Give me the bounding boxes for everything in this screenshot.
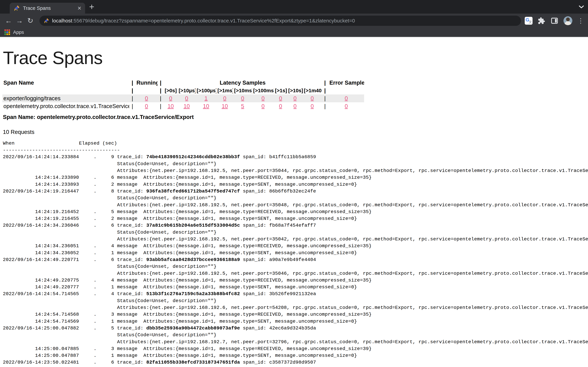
browser-window: Trace Spans × + ← → ↻ localhost:55679/de…: [0, 0, 588, 37]
span-row: exporter/logging/traces|0|001000000|0: [2, 94, 364, 102]
latency-count-link[interactable]: 0: [279, 95, 282, 101]
header-pipe: |: [321, 87, 328, 94]
close-tab-icon[interactable]: ×: [78, 5, 81, 11]
latency-count-link-cell: 0: [303, 94, 321, 102]
latency-bucket-label: [>1s]: [274, 87, 287, 94]
refresh-button[interactable]: ↻: [25, 17, 36, 24]
trace-id: 93abb5afcaa0428d37bccee9366188a9: [146, 257, 240, 262]
latency-count-link-cell: 0: [287, 94, 303, 102]
col-latency-samples: Latency Samples: [164, 79, 321, 87]
trace-id: 513b3f1c276a7159c5a2a33b88b4fc82: [146, 291, 240, 297]
latency-count-link[interactable]: 0: [311, 95, 314, 101]
header-pipe: |: [157, 79, 164, 87]
header-pipe: |: [157, 87, 164, 94]
row-pipe: |: [157, 94, 164, 102]
row-pipe: |: [157, 102, 164, 110]
header-pipe: |: [129, 87, 135, 94]
trace-id: 37a81c9b615b204a6e515df533004d5c: [146, 223, 240, 228]
bookmark-apps[interactable]: Apps: [13, 30, 24, 35]
latency-count-link[interactable]: 0: [185, 95, 188, 101]
latency-count-link-cell: 5: [233, 102, 252, 110]
latency-count-link[interactable]: 10: [184, 103, 190, 109]
latency-bucket-label: [>1ms]: [216, 87, 233, 94]
row-pipe: |: [129, 94, 135, 102]
latency-count-link-cell: 0: [216, 94, 233, 102]
latency-count-link-cell: 10: [216, 102, 233, 110]
latency-count-link[interactable]: 5: [241, 103, 244, 109]
tab-title: Trace Spans: [23, 5, 76, 11]
trace-id: 82fa11055b338efcd733187347651fda: [146, 360, 240, 365]
running-count-link-cell: 0: [135, 94, 157, 102]
latency-count-link[interactable]: 0: [241, 95, 244, 101]
forward-button[interactable]: →: [14, 17, 25, 24]
apps-grid-icon[interactable]: [4, 29, 10, 35]
row-pipe: |: [321, 94, 328, 102]
telescope-favicon-icon: [13, 5, 20, 11]
latency-count-link[interactable]: 1: [205, 95, 208, 101]
latency-count-link-cell: 10: [164, 102, 178, 110]
row-pipe: |: [321, 102, 328, 110]
error-count-link[interactable]: 0: [345, 103, 348, 109]
latency-count-link[interactable]: 0: [311, 103, 314, 109]
empty-cell: [135, 87, 157, 94]
latency-count-link[interactable]: 0: [279, 103, 282, 109]
latency-count-link-cell: 10: [196, 102, 216, 110]
tab-search-chevron-icon[interactable]: [579, 5, 584, 9]
error-count-link[interactable]: 0: [345, 95, 348, 101]
back-button[interactable]: ←: [3, 17, 14, 24]
latency-count-link[interactable]: 0: [294, 95, 297, 101]
latency-bucket-label: [>100ms]: [252, 87, 274, 94]
summary-header-row: Span Name|Running|Latency Samples|Error …: [2, 79, 364, 87]
browser-tab[interactable]: Trace Spans ×: [10, 3, 85, 14]
latency-count-link-cell: 0: [287, 102, 303, 110]
latency-count-link[interactable]: 0: [261, 95, 265, 101]
header-pipe: |: [321, 79, 328, 87]
new-tab-button[interactable]: +: [89, 2, 94, 12]
trace-id: 74be418390512c42346cddb02e38bb3f: [146, 154, 240, 159]
browser-menu-icon[interactable]: ⋮: [578, 17, 584, 24]
latency-count-link-cell: 0: [274, 94, 287, 102]
latency-bucket-label: [>10ms]: [233, 87, 252, 94]
span-row: opentelemetry.proto.collector.trace.v1.T…: [2, 102, 364, 110]
trace-id: dbb35e25936a90b4472cabb89073af9e: [146, 325, 240, 331]
latency-count-link[interactable]: 10: [222, 103, 228, 109]
tab-bar: Trace Spans × +: [0, 0, 588, 14]
translate-icon[interactable]: G 文: [525, 17, 533, 25]
running-count-link[interactable]: 0: [145, 103, 148, 109]
request-count-label: 10 Requests: [3, 129, 588, 135]
latency-bucket-label: [>1m40s]: [303, 87, 321, 94]
latency-count-link-cell: 1: [196, 94, 216, 102]
page-title: Trace Spans: [3, 48, 588, 68]
profile-avatar[interactable]: [563, 16, 572, 25]
bucket-header-row: ||[>0s][>10µs][>100µs][>1ms][>10ms][>100…: [2, 87, 364, 94]
selected-span-label: Span Name: opentelemetry.proto.collector…: [3, 114, 588, 120]
error-count-link-cell: 0: [328, 94, 364, 102]
latency-count-link[interactable]: 0: [294, 103, 297, 109]
col-error-samples: Error Samples: [328, 79, 364, 87]
latency-bucket-label: [>0s]: [164, 87, 178, 94]
url-bar[interactable]: localhost:55679/debug/tracez?zspanname=o…: [39, 16, 521, 26]
bookmarks-bar: Apps: [0, 28, 588, 37]
url-host: localhost: [52, 18, 72, 24]
latency-count-link[interactable]: 10: [203, 103, 209, 109]
tracez-page: Trace Spans Span Name|Running|Latency Sa…: [0, 48, 588, 367]
trace-id: 936fa38fcfed661712ba547f5ed747cf: [146, 189, 240, 194]
error-count-link-cell: 0: [328, 102, 364, 110]
latency-count-link[interactable]: 0: [169, 95, 172, 101]
latency-bucket-label: [>10µs]: [178, 87, 196, 94]
latency-count-link-cell: 0: [178, 94, 196, 102]
latency-count-link-cell: 0: [274, 102, 287, 110]
latency-count-link-cell: 0: [252, 94, 274, 102]
latency-count-link[interactable]: 0: [261, 103, 265, 109]
extensions-puzzle-icon[interactable]: [538, 17, 545, 25]
side-panel-icon[interactable]: [551, 17, 558, 25]
latency-count-link[interactable]: 10: [168, 103, 174, 109]
col-span-name: Span Name: [2, 79, 129, 87]
latency-count-link-cell: 0: [233, 94, 252, 102]
url-path: :55679/debug/tracez?zspanname=openteleme…: [72, 18, 355, 24]
row-pipe: |: [129, 102, 135, 110]
running-count-link[interactable]: 0: [145, 95, 148, 101]
telescope-site-icon: [43, 18, 49, 24]
latency-count-link[interactable]: 0: [223, 95, 226, 101]
trace-log: When Elapsed (sec) ---------------------…: [3, 140, 588, 367]
